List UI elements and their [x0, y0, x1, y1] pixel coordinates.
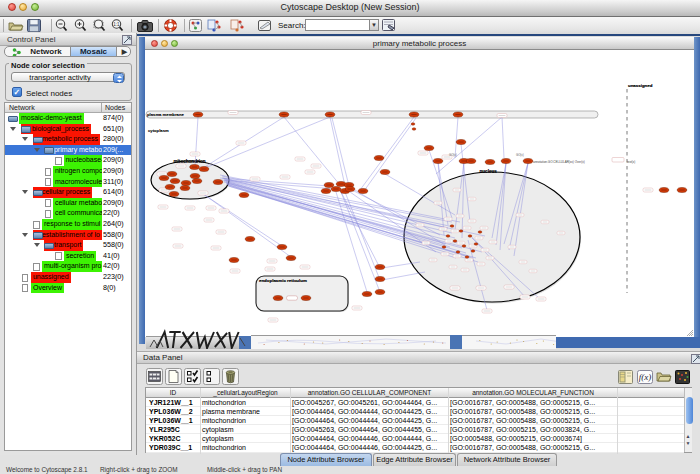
svg-text:plasma membrane: plasma membrane [147, 112, 184, 117]
svg-text:annotation.GO.CELLULAR(xx) Ove: annotation.GO.CELLULAR(xx) Over(x) [533, 160, 585, 164]
svg-text:mitochondrion: mitochondrion [174, 159, 206, 164]
svg-text:nucleus: nucleus [480, 169, 498, 174]
svg-text:text(x): text(x) [627, 160, 635, 164]
svg-text:cytoplasm: cytoplasm [148, 128, 169, 133]
svg-text:GO(x): GO(x) [516, 153, 524, 157]
svg-text:f(x): f(x) [639, 372, 652, 382]
svg-text:endoplasmic reticulum: endoplasmic reticulum [259, 278, 307, 283]
svg-text:1:1: 1:1 [113, 22, 120, 27]
svg-text:GO(x): GO(x) [449, 153, 457, 157]
svg-text:unassigned: unassigned [628, 83, 653, 88]
